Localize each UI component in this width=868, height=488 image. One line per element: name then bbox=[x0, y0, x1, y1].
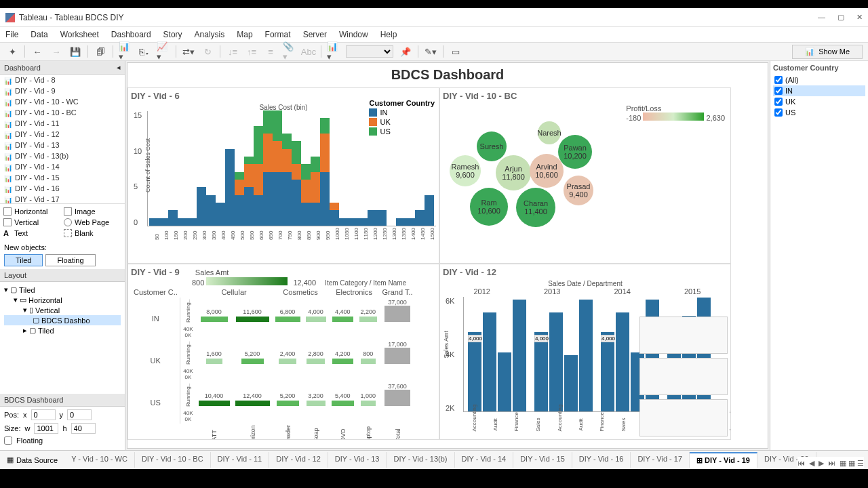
sheet-item[interactable]: DIY - Vid - 10 - WC bbox=[0, 96, 125, 107]
sheet-tab[interactable]: DIY - Vid - 12 bbox=[269, 452, 328, 468]
legend: Customer Country IN UK US bbox=[369, 99, 435, 137]
sheet-item[interactable]: DIY - Vid - 8 bbox=[0, 75, 125, 85]
show-me-button[interactable]: 📊Show Me bbox=[792, 45, 863, 59]
sheet-item[interactable]: DIY - Vid - 10 - BC bbox=[0, 107, 125, 118]
obj-image[interactable]: Image bbox=[63, 207, 122, 216]
fit-select[interactable] bbox=[346, 45, 393, 58]
refresh-button[interactable]: ↻ bbox=[201, 45, 214, 58]
viz-diy-vid-12[interactable]: DIY - Vid - 12 Sales Date / Department 2… bbox=[439, 264, 731, 440]
sheet-item[interactable]: DIY - Vid - 14 bbox=[0, 161, 125, 172]
menu-data[interactable]: Data bbox=[31, 30, 47, 39]
sheet-tab[interactable]: DIY - Vid - 13(b) bbox=[387, 452, 454, 468]
menu-story[interactable]: Story bbox=[163, 30, 182, 39]
sheet-tab[interactable]: DIY - Vid - 15 bbox=[513, 452, 572, 468]
sheet-tab[interactable]: DIY - Vid - 17 bbox=[631, 452, 690, 468]
highlight-button[interactable]: ✎▾ bbox=[424, 45, 437, 58]
new-data-button[interactable]: 🗐 bbox=[94, 45, 107, 58]
menubar: File Data Worksheet Dashboard Story Anal… bbox=[0, 27, 868, 42]
filter-all[interactable]: (All) bbox=[773, 75, 865, 85]
layout-tree: ▾ ▢ Tiled ▾ ▭ Horizontal ▾ ▯ Vertical ▢ … bbox=[0, 282, 125, 394]
sheet-tab[interactable]: DIY - Vid - 16 bbox=[572, 452, 631, 468]
fit-dropdown[interactable]: 📊▾ bbox=[327, 45, 340, 58]
forward-button[interactable]: → bbox=[50, 45, 63, 58]
menu-map[interactable]: Map bbox=[237, 30, 252, 39]
sort-desc-button[interactable]: ↑≡ bbox=[245, 45, 258, 58]
obj-webpage[interactable]: Web Page bbox=[63, 218, 122, 227]
nav-next[interactable]: ▶ bbox=[818, 459, 824, 468]
sheet-tab[interactable]: DIY - Vid - 10 - BC bbox=[135, 452, 211, 468]
sheet-item[interactable]: DIY - Vid - 9 bbox=[0, 85, 125, 96]
floating-checkbox[interactable] bbox=[4, 436, 12, 445]
view-filmstrip[interactable]: ▦ ▦ ☰ bbox=[840, 459, 864, 468]
obj-blank[interactable]: Blank bbox=[63, 228, 122, 238]
worksheet-icon bbox=[4, 196, 12, 203]
new-worksheet-button[interactable]: 📊▾ bbox=[119, 45, 132, 58]
thumbnail[interactable] bbox=[639, 358, 728, 395]
nav-first[interactable]: ⏮ bbox=[797, 459, 805, 467]
thumbnail[interactable] bbox=[639, 317, 728, 354]
tree-item[interactable]: ▾ ▯ Vertical bbox=[4, 305, 121, 315]
sheet-item[interactable]: DIY - Vid - 12 bbox=[0, 129, 125, 140]
obj-vertical[interactable]: Vertical bbox=[3, 218, 62, 227]
sheet-item[interactable]: DIY - Vid - 17 bbox=[0, 194, 125, 203]
sheet-item[interactable]: DIY - Vid - 16 bbox=[0, 183, 125, 194]
menu-file[interactable]: File bbox=[5, 30, 18, 39]
menu-dashboard[interactable]: Dashboard bbox=[111, 30, 151, 39]
nav-last[interactable]: ⏭ bbox=[828, 459, 835, 467]
pin-button[interactable]: 📌 bbox=[399, 45, 412, 58]
size-w-input[interactable] bbox=[34, 423, 58, 434]
tree-item[interactable]: ▾ ▭ Horizontal bbox=[4, 295, 121, 305]
viz-diy-vid-9[interactable]: DIY - Vid - 9 Sales Amt 800 12,400 Item … bbox=[127, 264, 439, 440]
filter-uk[interactable]: UK bbox=[773, 96, 865, 107]
minimize-button[interactable]: — bbox=[818, 13, 825, 22]
close-button[interactable]: ✕ bbox=[856, 13, 863, 22]
menu-server[interactable]: Server bbox=[303, 30, 327, 39]
viz-diy-vid-10-bc[interactable]: DIY - Vid - 10 - BC Profit/Loss -180 2,6… bbox=[439, 87, 731, 264]
back-button[interactable]: ← bbox=[31, 45, 44, 58]
menu-worksheet[interactable]: Worksheet bbox=[60, 30, 99, 39]
sheet-item[interactable]: DIY - Vid - 11 bbox=[0, 118, 125, 129]
worksheet-icon bbox=[4, 98, 12, 105]
sheet-item[interactable]: DIY - Vid - 15 bbox=[0, 172, 125, 183]
totals-button[interactable]: ≡ bbox=[264, 45, 277, 58]
sheet-tab[interactable]: DIY - Vid - 13 bbox=[328, 452, 387, 468]
sheet-tab[interactable]: Y - Vid - 10 - WC bbox=[64, 452, 135, 468]
obj-text[interactable]: AText bbox=[3, 228, 62, 238]
data-source-tab[interactable]: ▦ Data Source bbox=[0, 453, 64, 467]
swap-button[interactable]: ⇄▾ bbox=[182, 45, 195, 58]
pos-x-input[interactable] bbox=[31, 409, 56, 420]
size-h-input[interactable] bbox=[71, 423, 96, 434]
viz-diy-vid-6[interactable]: DIY - Vid - 6 Sales Cost (bin) Count of … bbox=[127, 87, 439, 264]
menu-window[interactable]: Window bbox=[339, 30, 368, 39]
filter-us[interactable]: US bbox=[773, 107, 865, 118]
thumbnail[interactable] bbox=[639, 399, 728, 436]
obj-horizontal[interactable]: Horizontal bbox=[3, 207, 62, 216]
tree-item[interactable]: ▸ ▢ Tiled bbox=[4, 325, 121, 336]
start-icon[interactable]: ✦ bbox=[5, 45, 19, 58]
maximize-button[interactable]: ▢ bbox=[837, 13, 844, 22]
tiled-button[interactable]: Tiled bbox=[4, 254, 43, 266]
clear-button[interactable]: 📈▾ bbox=[157, 45, 170, 58]
filter-in[interactable]: IN bbox=[773, 85, 865, 96]
duplicate-button[interactable]: ⎘▾ bbox=[138, 45, 151, 58]
worksheet-icon bbox=[4, 120, 12, 127]
menu-help[interactable]: Help bbox=[380, 30, 397, 39]
menu-format[interactable]: Format bbox=[265, 30, 291, 39]
sheet-item[interactable]: DIY - Vid - 13(b) bbox=[0, 150, 125, 161]
floating-button[interactable]: Floating bbox=[45, 254, 95, 266]
sheet-tab[interactable]: DIY - Vid - 11 bbox=[211, 452, 270, 468]
menu-analysis[interactable]: Analysis bbox=[195, 30, 225, 39]
worksheet-icon bbox=[4, 87, 12, 94]
tree-item[interactable]: ▾ ▢ Tiled bbox=[4, 285, 121, 295]
label-button[interactable]: Abc bbox=[302, 45, 315, 58]
pos-y-input[interactable] bbox=[67, 409, 92, 420]
save-button[interactable]: 💾 bbox=[68, 45, 82, 58]
group-button[interactable]: 📎▾ bbox=[283, 45, 296, 58]
sort-asc-button[interactable]: ↓≡ bbox=[226, 45, 239, 58]
tree-item-selected[interactable]: ▢ BDCS Dashbo bbox=[4, 315, 121, 325]
sheet-item[interactable]: DIY - Vid - 13 bbox=[0, 140, 125, 150]
sheet-tab[interactable]: ⊞ DIY - Vid - 19 bbox=[690, 452, 757, 468]
nav-prev[interactable]: ◀ bbox=[809, 459, 814, 468]
presentation-button[interactable]: ▭ bbox=[449, 45, 462, 58]
sheet-tab[interactable]: DIY - Vid - 14 bbox=[455, 452, 514, 468]
